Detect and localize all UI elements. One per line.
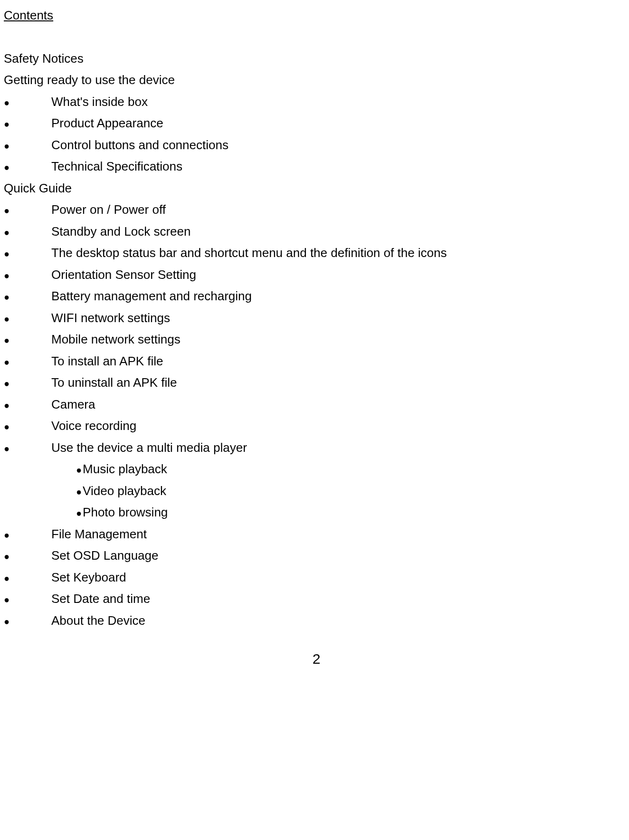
bullet-icon: ● [4, 527, 51, 544]
list-item: ● Voice recording [4, 415, 629, 437]
list-item-label: Battery management and recharging [51, 286, 252, 307]
bullet-icon: ● [4, 613, 51, 630]
list-item: ● File Management [4, 524, 629, 545]
list-item-label: Technical Specifications [51, 156, 182, 178]
list-item: ● Camera [4, 394, 629, 416]
bullet-icon: ● [4, 332, 51, 349]
list-item-label: Standby and Lock screen [51, 221, 191, 243]
bullet-icon: ● [4, 95, 51, 111]
list-item: ● To uninstall an APK file [4, 372, 629, 394]
list-item: ● Control buttons and connections [4, 134, 629, 156]
list-item: ● About the Device [4, 610, 629, 632]
list-item: ● Mobile network settings [4, 329, 629, 351]
bullet-icon: ● [76, 505, 82, 522]
bullet-icon: ● [4, 138, 51, 154]
bullet-icon: ● [4, 289, 51, 305]
list-item-label: WIFI network settings [51, 307, 170, 329]
bullet-icon: ● [4, 419, 51, 435]
list-item: ●Music playback [4, 458, 629, 480]
section-safety-notices: Safety Notices [4, 48, 629, 70]
bullet-icon: ● [4, 354, 51, 371]
list-item-label: To install an APK file [51, 351, 163, 372]
list-item: ● To install an APK file [4, 351, 629, 372]
list-item-label: Music playback [83, 458, 167, 480]
list-item: ●Photo browsing [4, 502, 629, 524]
list-item-label: Orientation Sensor Setting [51, 264, 196, 286]
list-item-label: File Management [51, 524, 147, 545]
list-item-label: Voice recording [51, 415, 136, 437]
page-title: Contents [4, 5, 629, 27]
list-item-label: Set OSD Language [51, 545, 159, 567]
bullet-icon: ● [4, 375, 51, 392]
list-item-label: The desktop status bar and shortcut menu… [51, 242, 447, 264]
list-item-label: To uninstall an APK file [51, 372, 177, 394]
bullet-icon: ● [4, 592, 51, 608]
bullet-icon: ● [76, 462, 82, 478]
list-item-label: Power on / Power off [51, 199, 166, 221]
list-item: ● Set OSD Language [4, 545, 629, 567]
bullet-icon: ● [76, 484, 82, 500]
bullet-icon: ● [4, 246, 51, 262]
section-getting-ready: Getting ready to use the device [4, 69, 629, 91]
page-number: 2 [4, 647, 629, 672]
list-item-label: Control buttons and connections [51, 134, 229, 156]
list-item: ● Power on / Power off [4, 199, 629, 221]
list-item: ● Orientation Sensor Setting [4, 264, 629, 286]
list-item-label: Product Appearance [51, 113, 163, 134]
bullet-icon: ● [4, 116, 51, 133]
list-item: ● Technical Specifications [4, 156, 629, 178]
list-item: ● Battery management and recharging [4, 286, 629, 307]
list-item-label: Use the device a multi media player [51, 437, 247, 459]
list-item-label: Camera [51, 394, 95, 416]
list-item-label: What's inside box [51, 91, 148, 113]
list-item-label: Photo browsing [83, 502, 168, 524]
bullet-icon: ● [4, 311, 51, 327]
bullet-icon: ● [4, 570, 51, 587]
list-item: ●Video playback [4, 480, 629, 502]
list-item: ● The desktop status bar and shortcut me… [4, 242, 629, 264]
list-item-label: Mobile network settings [51, 329, 181, 351]
list-item: ● What's inside box [4, 91, 629, 113]
bullet-icon: ● [4, 267, 51, 284]
bullet-icon: ● [4, 224, 51, 241]
list-item: ● WIFI network settings [4, 307, 629, 329]
list-item: ● Use the device a multi media player [4, 437, 629, 459]
bullet-icon: ● [4, 440, 51, 457]
list-item-label: About the Device [51, 610, 145, 632]
bullet-icon: ● [4, 202, 51, 219]
section-quick-guide: Quick Guide [4, 178, 629, 200]
list-item: ● Set Keyboard [4, 567, 629, 589]
bullet-icon: ● [4, 548, 51, 565]
list-item: ● Standby and Lock screen [4, 221, 629, 243]
list-item-label: Set Date and time [51, 588, 150, 610]
bullet-icon: ● [4, 397, 51, 414]
list-item-label: Set Keyboard [51, 567, 126, 589]
list-item: ● Set Date and time [4, 588, 629, 610]
list-item-label: Video playback [83, 480, 166, 502]
bullet-icon: ● [4, 159, 51, 176]
list-item: ● Product Appearance [4, 113, 629, 134]
